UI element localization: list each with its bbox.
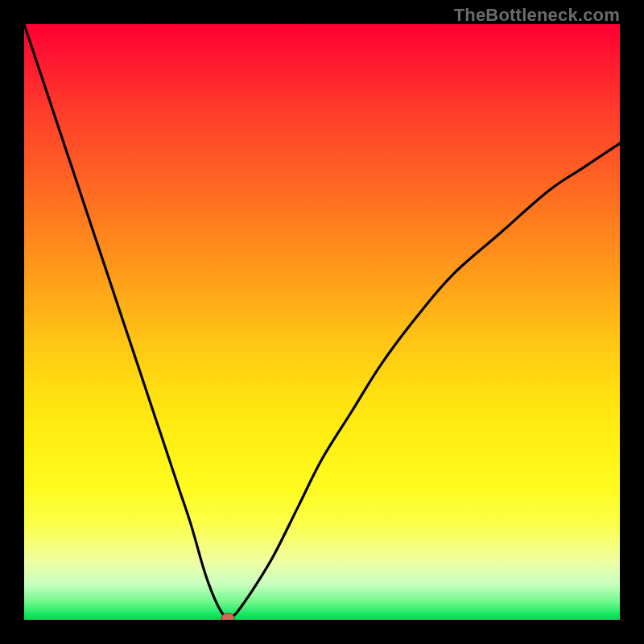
chart-frame: TheBottleneck.com <box>0 0 644 644</box>
min-marker-icon <box>221 613 234 620</box>
bottleneck-curve <box>24 24 620 617</box>
curve-layer <box>24 24 620 620</box>
watermark-label: TheBottleneck.com <box>454 5 620 26</box>
plot-area <box>24 24 620 620</box>
